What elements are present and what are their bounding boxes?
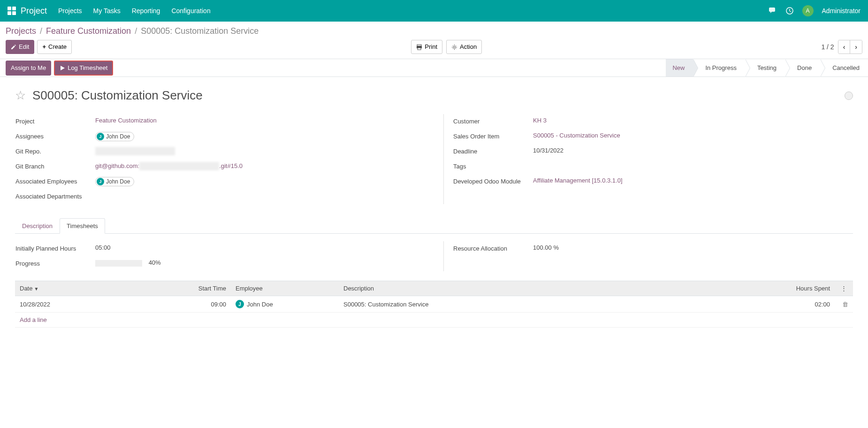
resource-alloc-value: 100.00 % xyxy=(533,244,853,251)
breadcrumb-current: S00005: Customization Service xyxy=(141,26,259,36)
tags-label: Tags xyxy=(453,162,533,170)
stage-new[interactable]: New xyxy=(666,59,693,76)
project-link[interactable]: Feature Customization xyxy=(95,117,157,124)
git-branch-value: git@github.com:.git#15.0 xyxy=(95,162,425,170)
breadcrumb-project[interactable]: Feature Customization xyxy=(46,26,131,36)
assign-label: Assign to Me xyxy=(11,64,46,72)
employee-name: John Doe xyxy=(247,301,273,308)
svg-rect-1 xyxy=(417,45,421,46)
title-row: ☆ S00005: Customization Service xyxy=(15,88,853,103)
cell-hours: 02:00 xyxy=(713,296,835,313)
progress-pct: 40% xyxy=(149,259,161,266)
svg-point-4 xyxy=(454,46,456,48)
breadcrumb-sep: / xyxy=(40,26,42,36)
th-employee[interactable]: Employee xyxy=(231,281,339,296)
stage-done[interactable]: Done xyxy=(785,59,820,76)
user-avatar[interactable]: A xyxy=(802,5,814,16)
project-label: Project xyxy=(15,117,95,125)
tabs: Description Timesheets xyxy=(15,218,853,234)
assoc-emp-name: John Doe xyxy=(106,178,130,185)
favorite-star-icon[interactable]: ☆ xyxy=(15,88,26,103)
task-title: S00005: Customization Service xyxy=(32,88,203,103)
pencil-icon xyxy=(11,44,16,50)
progress-value: 40% xyxy=(95,259,425,267)
kanban-state-circle[interactable] xyxy=(845,92,853,100)
breadcrumb-sep: / xyxy=(135,26,137,36)
git-branch-link[interactable]: git@github.com:.git#15.0 xyxy=(95,162,243,169)
assignee-avatar: J xyxy=(97,133,104,140)
th-description[interactable]: Description xyxy=(339,281,713,296)
cell-date: 10/28/2022 xyxy=(15,296,123,313)
assignee-name: John Doe xyxy=(106,133,130,140)
action-button[interactable]: Action xyxy=(446,40,482,54)
menu-configuration[interactable]: Configuration xyxy=(171,7,210,15)
stage-cancelled[interactable]: Cancelled xyxy=(820,59,868,76)
plus-icon: + xyxy=(42,43,46,51)
assoc-emp-avatar: J xyxy=(97,178,104,185)
create-label: Create xyxy=(48,43,67,51)
log-timesheet-button[interactable]: Log Timesheet xyxy=(54,61,113,76)
stage-testing[interactable]: Testing xyxy=(745,59,785,76)
app-brand[interactable]: Project xyxy=(21,6,47,16)
create-button[interactable]: + Create xyxy=(37,40,72,54)
employee-avatar: J xyxy=(236,300,244,308)
print-button[interactable]: Print xyxy=(411,40,442,54)
deadline-label: Deadline xyxy=(453,147,533,155)
module-label: Developed Odoo Module xyxy=(453,177,533,185)
print-label: Print xyxy=(425,43,437,51)
customer-label: Customer xyxy=(453,117,533,125)
gear-icon xyxy=(451,44,457,50)
git-branch-label: Git Branch xyxy=(15,162,95,170)
assoc-dept-label: Associated Departments xyxy=(15,192,95,200)
main-menu: Projects My Tasks Reporting Configuratio… xyxy=(58,7,769,15)
controls-row: Edit + Create Print Action 1 / 2 ‹ › xyxy=(0,36,868,59)
menu-reporting[interactable]: Reporting xyxy=(132,7,160,15)
pager-next[interactable]: › xyxy=(850,40,862,54)
pager-text: 1 / 2 xyxy=(821,43,834,51)
customer-link[interactable]: KH 3 xyxy=(533,117,547,124)
assoc-emp-chip[interactable]: J John Doe xyxy=(95,177,134,186)
log-timesheet-label: Log Timesheet xyxy=(68,64,107,72)
assignee-chip[interactable]: J John Doe xyxy=(95,132,134,141)
table-row[interactable]: 10/28/202209:00JJohn DoeS00005: Customiz… xyxy=(15,296,853,313)
action-label: Action xyxy=(460,43,477,51)
menu-projects[interactable]: Projects xyxy=(58,7,82,15)
assign-to-me-button[interactable]: Assign to Me xyxy=(6,61,51,76)
tab-description[interactable]: Description xyxy=(15,218,60,234)
clock-icon[interactable] xyxy=(785,7,794,15)
deadline-value: 10/31/2022 xyxy=(533,147,853,154)
planned-hours-value: 05:00 xyxy=(95,244,425,251)
soi-link[interactable]: S00005 - Customization Service xyxy=(533,132,620,139)
git-repo-value-redacted: redacted xyxy=(95,147,175,155)
username[interactable]: Administrator xyxy=(822,7,860,15)
assoc-emp-label: Associated Employees xyxy=(15,177,95,185)
cell-employee: JJohn Doe xyxy=(231,296,339,313)
soi-label: Sales Order Item xyxy=(453,132,533,140)
stage-in-progress[interactable]: In Progress xyxy=(693,59,745,76)
cell-start-time: 09:00 xyxy=(123,296,231,313)
tab-content-timesheets: Initially Planned Hours 05:00 Progress 4… xyxy=(15,241,853,328)
th-hours[interactable]: Hours Spent xyxy=(713,281,835,296)
kebab-icon: ⋮ xyxy=(841,285,847,292)
edit-label: Edit xyxy=(19,43,29,51)
breadcrumb: Projects / Feature Customization / S0000… xyxy=(6,26,862,36)
progress-label: Progress xyxy=(15,259,95,267)
add-line-link[interactable]: Add a line xyxy=(20,316,47,323)
menu-my-tasks[interactable]: My Tasks xyxy=(93,7,121,15)
svg-rect-3 xyxy=(418,48,421,50)
module-link[interactable]: Affiliate Management [15.0.3.1.0] xyxy=(533,177,623,184)
topbar: Project Projects My Tasks Reporting Conf… xyxy=(0,0,868,22)
edit-button[interactable]: Edit xyxy=(6,40,34,54)
pager-prev[interactable]: ‹ xyxy=(838,40,851,54)
trash-icon[interactable]: 🗑 xyxy=(842,301,848,308)
stage-bar: New In Progress Testing Done Cancelled xyxy=(666,59,868,76)
th-menu[interactable]: ⋮ xyxy=(835,281,853,296)
breadcrumb-projects[interactable]: Projects xyxy=(6,26,36,36)
chat-icon[interactable] xyxy=(769,7,777,15)
th-start-time[interactable]: Start Time xyxy=(123,281,231,296)
tab-timesheets[interactable]: Timesheets xyxy=(60,218,105,234)
th-date[interactable]: Date▼ xyxy=(15,281,123,296)
cell-delete: 🗑 xyxy=(835,296,853,313)
apps-icon[interactable] xyxy=(8,7,16,15)
breadcrumb-row: Projects / Feature Customization / S0000… xyxy=(0,22,868,36)
